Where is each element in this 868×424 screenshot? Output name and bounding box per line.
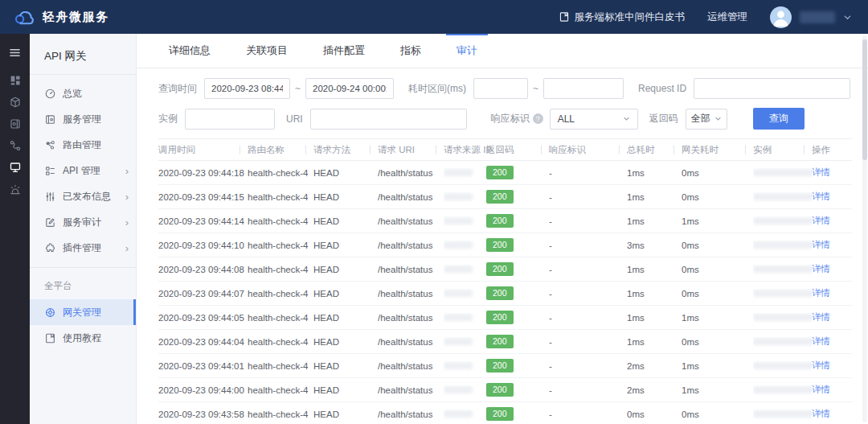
cell-total-time: 1ms (627, 192, 682, 202)
sidebar-item-gateway-mgmt[interactable]: 网关管理 (30, 299, 136, 325)
avatar[interactable] (770, 6, 792, 28)
tab-detail-info[interactable]: 详细信息 (158, 34, 221, 68)
cell-call-time: 2020-09-23 09:44:10 (158, 241, 248, 250)
cell-source-ip (444, 168, 486, 178)
cell-request-uri: /health/status (378, 192, 444, 202)
col-header-gateway-time: 网关耗时 (682, 144, 753, 156)
request-id-input[interactable] (694, 78, 850, 99)
scrollbar[interactable] (862, 35, 867, 422)
book-icon (44, 332, 56, 344)
table-row: 2020-09-23 09:44:14 health-check-4 HEAD … (158, 209, 852, 233)
detail-link[interactable]: 详情 (812, 312, 830, 322)
detail-link[interactable]: 详情 (812, 191, 830, 201)
uri-label: URI (286, 113, 303, 125)
status-badge: 200 (486, 166, 514, 179)
cell-gateway-time: 0ms (682, 241, 753, 250)
tab-metrics[interactable]: 指标 (390, 34, 432, 68)
cell-response-flag: - (549, 168, 627, 178)
cell-method: HEAD (313, 265, 378, 274)
ops-management-link[interactable]: 运维管理 (707, 10, 747, 24)
col-header-method: 请求方法 (313, 144, 378, 156)
scrollbar-thumb[interactable] (862, 39, 867, 160)
detail-link[interactable]: 详情 (812, 385, 830, 394)
response-flag-value: ALL (558, 113, 575, 125)
whitepaper-link[interactable]: 服务端标准中间件白皮书 (559, 10, 686, 24)
cell-response-flag: - (549, 313, 627, 323)
sidebar-item-service-audit[interactable]: 服务审计 › (30, 209, 136, 235)
service-door-icon[interactable] (0, 113, 30, 134)
detail-link[interactable]: 详情 (812, 336, 830, 346)
cell-source-ip (444, 289, 486, 298)
sidebar-item-api-mgmt[interactable]: API 管理 › (30, 158, 136, 183)
cell-response-flag: - (549, 192, 627, 202)
sidebar-item-route-mgmt[interactable]: 路由管理 (30, 132, 136, 158)
cell-request-uri: /health/status (378, 361, 444, 371)
time-to-input[interactable] (305, 78, 394, 99)
sidebar-item-plugin-mgmt[interactable]: 插件管理 › (30, 235, 136, 261)
instance-input[interactable] (185, 109, 275, 130)
redacted-ip (444, 386, 473, 393)
table-row: 2020-09-23 09:44:18 health-check-4 HEAD … (158, 161, 852, 185)
cell-gateway-time: 1ms (682, 361, 753, 371)
col-header-return-code: 返回码 (486, 144, 549, 156)
cell-source-ip (444, 410, 486, 419)
redacted-instance (753, 169, 812, 176)
cube-icon[interactable] (0, 91, 30, 113)
col-header-call-time: 调用时间 (158, 144, 248, 156)
cell-source-ip (444, 265, 486, 274)
response-flag-select[interactable]: ALL (550, 109, 638, 130)
user-menu[interactable] (770, 6, 852, 28)
sidebar-item-label: 总览 (63, 87, 82, 101)
brand[interactable]: 轻舟微服务 (11, 9, 109, 26)
detail-link[interactable]: 详情 (812, 216, 830, 225)
sidebar-item-published-info[interactable]: 已发布信息 › (30, 183, 136, 209)
sidebar-item-tutorial[interactable]: 使用教程 (30, 325, 136, 351)
cell-return-code: 200 (486, 407, 549, 421)
status-badge: 200 (486, 214, 514, 228)
filter-panel: 查询时间 ~ 耗时区间(ms) ~ Request ID 实例 URI 响应标识… (137, 68, 868, 130)
route-icon[interactable] (0, 134, 30, 156)
cell-instance (753, 385, 812, 395)
time-from-input[interactable] (204, 78, 290, 99)
tab-plugin-config[interactable]: 插件配置 (313, 34, 375, 68)
alarm-icon[interactable] (0, 178, 30, 200)
table-row: 2020-09-23 09:44:00 health-check-4 HEAD … (158, 378, 852, 402)
tab-related-projects[interactable]: 关联项目 (235, 34, 298, 68)
cell-total-time: 0ms (627, 410, 682, 419)
tab-audit[interactable]: 审计 (446, 34, 488, 68)
cell-return-code: 200 (486, 311, 549, 324)
search-button[interactable]: 查询 (753, 108, 805, 130)
duration-max-input[interactable] (543, 78, 624, 99)
redacted-ip (444, 314, 473, 321)
main-content: 详细信息 关联项目 插件配置 指标 审计 查询时间 ~ 耗时区间(ms) ~ R… (137, 34, 868, 424)
detail-link[interactable]: 详情 (812, 288, 830, 298)
cell-call-time: 2020-09-23 09:44:04 (158, 337, 248, 347)
sidebar-item-service-mgmt[interactable]: 服务管理 (30, 106, 136, 132)
uri-input[interactable] (310, 109, 467, 130)
detail-link[interactable]: 详情 (812, 167, 830, 177)
cell-gateway-time: 0ms (682, 337, 753, 347)
detail-link[interactable]: 详情 (812, 240, 830, 249)
cell-return-code: 200 (486, 262, 549, 276)
hamburger-menu-icon[interactable] (0, 42, 30, 64)
response-flag-label: 响应标识 (491, 112, 530, 126)
cell-method: HEAD (313, 192, 378, 202)
sidebar-item-label: 插件管理 (63, 241, 101, 255)
dashboard-icon[interactable] (0, 69, 30, 91)
monitor-icon[interactable] (0, 156, 30, 178)
sidebar-item-overview[interactable]: 总览 (30, 80, 136, 106)
detail-link[interactable]: 详情 (812, 264, 830, 274)
detail-link[interactable]: 详情 (812, 360, 830, 370)
cell-response-flag: - (549, 216, 627, 226)
return-code-select[interactable]: 全部 (686, 109, 727, 130)
detail-link[interactable]: 详情 (812, 409, 830, 418)
help-icon[interactable]: ? (533, 113, 543, 124)
instance-label: 实例 (158, 112, 178, 126)
cell-action: 详情 (812, 360, 852, 372)
cell-method: HEAD (313, 313, 378, 323)
col-header-action: 操作 (812, 144, 852, 156)
audit-edit-icon (44, 216, 56, 228)
cell-call-time: 2020-09-23 09:44:18 (158, 168, 248, 178)
chevron-down-icon (843, 13, 852, 22)
duration-min-input[interactable] (473, 78, 528, 99)
